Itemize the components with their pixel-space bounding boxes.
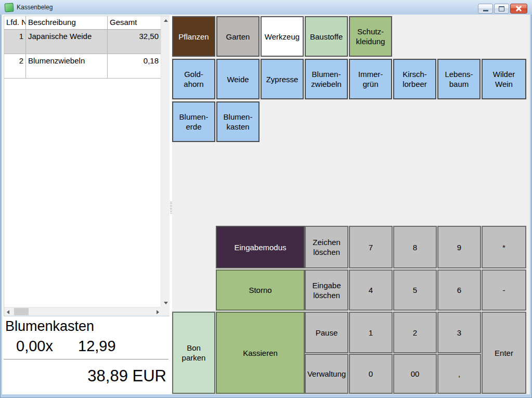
category-button-garten[interactable]: Garten bbox=[216, 16, 259, 57]
cell-nr: 2 bbox=[4, 54, 26, 79]
category-button-pflanzen[interactable]: Pflanzen bbox=[172, 16, 215, 57]
receipt-total: 38,89 EUR bbox=[4, 359, 168, 393]
window-controls bbox=[477, 4, 527, 14]
key-2[interactable]: 2 bbox=[393, 312, 437, 353]
table-header-row: Lfd. N Beschreibung Gesamt bbox=[4, 16, 161, 30]
product-button-weide[interactable]: Weide bbox=[216, 59, 259, 99]
cell-total: 32,50 bbox=[108, 30, 161, 54]
scroll-up-icon[interactable] bbox=[164, 19, 168, 22]
column-header-description[interactable]: Beschreibung bbox=[26, 16, 108, 30]
key-minus[interactable]: - bbox=[482, 269, 526, 311]
key-6[interactable]: 6 bbox=[437, 269, 481, 311]
enter-button[interactable]: Enter bbox=[482, 312, 526, 394]
zeichen-loeschen-button[interactable]: Zeichen löschen bbox=[305, 226, 348, 268]
current-item-quantity: 0,00x bbox=[16, 338, 53, 354]
product-button-blumenzwiebeln[interactable]: Blumen-zwiebeln bbox=[305, 59, 348, 99]
storno-button[interactable]: Storno bbox=[216, 269, 305, 311]
titlebar[interactable]: Kassenbeleg bbox=[0, 0, 532, 15]
receipt-list: Lfd. N Beschreibung Gesamt 1 Japanische … bbox=[4, 16, 170, 316]
eingabe-loeschen-button[interactable]: Eingabe löschen bbox=[305, 269, 348, 311]
category-button-schutzkleidung[interactable]: Schutz-kleidung bbox=[349, 16, 392, 57]
close-icon bbox=[516, 6, 522, 11]
close-button[interactable] bbox=[510, 4, 527, 14]
bon-parken-button[interactable]: Bon parken bbox=[172, 312, 215, 394]
key-7[interactable]: 7 bbox=[349, 226, 393, 268]
current-item-price: 12,99 bbox=[78, 338, 116, 354]
window-title: Kassenbeleg bbox=[17, 4, 53, 11]
kassieren-button[interactable]: Kassieren bbox=[216, 312, 305, 394]
product-button-wilder-wein[interactable]: Wilder Wein bbox=[482, 59, 526, 99]
cell-nr: 1 bbox=[4, 30, 26, 54]
key-0[interactable]: 0 bbox=[349, 354, 393, 394]
minimize-button[interactable] bbox=[478, 4, 493, 14]
key-00[interactable]: 00 bbox=[393, 354, 437, 394]
scrollbar-thumb[interactable] bbox=[14, 308, 29, 315]
pause-button[interactable]: Pause bbox=[305, 312, 348, 353]
key-3[interactable]: 3 bbox=[437, 312, 481, 353]
key-8[interactable]: 8 bbox=[393, 226, 437, 268]
product-button-goldahorn[interactable]: Gold-ahorn bbox=[172, 59, 215, 99]
key-comma[interactable]: , bbox=[437, 354, 481, 394]
product-button-immergruen[interactable]: Immer-grün bbox=[349, 59, 392, 99]
app-icon bbox=[4, 3, 14, 12]
key-1[interactable]: 1 bbox=[349, 312, 393, 353]
eingabemodus-button[interactable]: Eingabemodus bbox=[216, 226, 305, 268]
current-item-line: 0,00x 12,99 bbox=[16, 338, 116, 355]
product-button-blumenkasten[interactable]: Blumen-kasten bbox=[216, 101, 259, 142]
scrollbar-corner bbox=[161, 307, 170, 316]
scroll-right-icon[interactable] bbox=[157, 310, 159, 314]
maximize-button[interactable] bbox=[494, 4, 509, 14]
key-multiply[interactable]: * bbox=[482, 226, 526, 268]
table-row[interactable]: 1 Japanische Weide 32,50 bbox=[4, 30, 161, 54]
minimize-icon bbox=[483, 10, 488, 11]
maximize-icon bbox=[499, 6, 504, 11]
product-button-blumenerde[interactable]: Blumen-erde bbox=[172, 101, 215, 142]
scroll-left-icon[interactable] bbox=[7, 310, 9, 314]
key-5[interactable]: 5 bbox=[393, 269, 437, 311]
cell-description: Blumenzwiebeln bbox=[26, 54, 108, 79]
key-4[interactable]: 4 bbox=[349, 269, 393, 311]
receipt-table: Lfd. N Beschreibung Gesamt 1 Japanische … bbox=[4, 16, 161, 79]
column-header-total[interactable]: Gesamt bbox=[108, 16, 161, 30]
category-button-werkzeug[interactable]: Werkzeug bbox=[261, 16, 304, 57]
key-9[interactable]: 9 bbox=[437, 226, 481, 268]
kassenbeleg-window: Kassenbeleg Lfd. N Beschreibung Gesamt 1… bbox=[0, 0, 532, 398]
cell-total: 0,18 bbox=[108, 54, 161, 79]
product-button-lebensbaum[interactable]: Lebens-baum bbox=[437, 59, 481, 99]
category-button-baustoffe[interactable]: Baustoffe bbox=[305, 16, 348, 57]
cell-description: Japanische Weide bbox=[26, 30, 108, 54]
product-button-kirschlorbeer[interactable]: Kirsch-lorbeer bbox=[393, 59, 436, 99]
table-row[interactable]: 2 Blumenzwiebeln 0,18 bbox=[4, 54, 161, 79]
horizontal-scrollbar[interactable] bbox=[4, 307, 162, 316]
product-button-zypresse[interactable]: Zypresse bbox=[261, 59, 304, 99]
vertical-scrollbar[interactable] bbox=[161, 16, 170, 307]
verwaltung-button[interactable]: Verwaltung bbox=[305, 354, 348, 394]
current-item-name: Blumenkasten bbox=[5, 318, 94, 335]
window-body: Lfd. N Beschreibung Gesamt 1 Japanische … bbox=[2, 15, 530, 394]
scroll-down-icon[interactable] bbox=[164, 302, 168, 304]
column-header-nr[interactable]: Lfd. N bbox=[4, 16, 26, 30]
splitter-grip-icon bbox=[170, 201, 172, 214]
